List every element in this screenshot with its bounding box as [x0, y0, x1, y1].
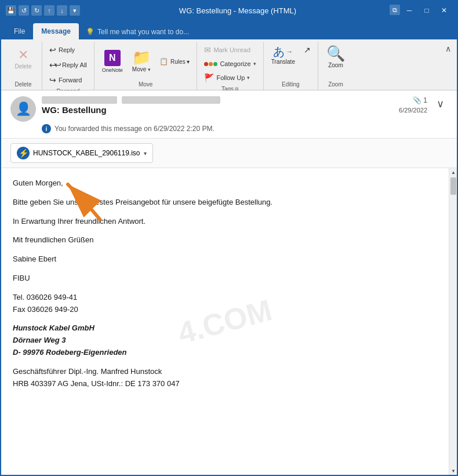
delete-button[interactable]: ✕ Delete [8, 43, 38, 73]
ribbon-group-zoom: 🔍 Zoom Zoom [318, 42, 353, 90]
scroll-down-button[interactable]: ▼ [449, 467, 457, 475]
expand-button[interactable]: ∨ [433, 96, 448, 111]
ribbon-collapse[interactable]: ∧ [443, 42, 453, 90]
scroll-up-button[interactable]: ▲ [449, 168, 457, 176]
email-body-inner: Guten Morgen, Bitte geben Sie uns Ihr be… [13, 177, 437, 390]
body-line2: In Erwartung Ihrer freundlichen Antwort. [13, 216, 437, 228]
respond-col: ↩ Reply ↩↩ Reply All ↪ Forward [46, 43, 90, 87]
tel: Tel. 036026 949-41 [13, 292, 437, 304]
receive-icon[interactable]: ↓ [57, 5, 67, 16]
reg: HRB 403397 AG Jena, USt-Idnr.: DE 173 37… [13, 378, 437, 390]
fax: Fax 036026 949-20 [13, 304, 437, 316]
forward-label: Forward [59, 77, 82, 83]
mark-unread-button[interactable]: ✉ Mark Unread [201, 43, 259, 57]
delete-icon: ✕ [18, 46, 28, 62]
follow-up-chevron: ▾ [247, 75, 250, 81]
ribbon-group-delete: ✕ Delete Delete [5, 42, 42, 90]
scroll-track [449, 196, 457, 467]
greeting: Guten Morgen, [13, 177, 437, 190]
iso-icon: ⚡ [17, 147, 30, 159]
forwarded-text: You forwarded this message on 6/29/2022 … [54, 125, 215, 133]
onenote-icon: N [104, 50, 121, 66]
ribbon-search[interactable]: 💡 Tell me what you want to do... [86, 28, 189, 39]
email-header-right: 📎 1 6/29/2022 [399, 96, 427, 114]
move-group-label: Move [139, 80, 152, 90]
attachment-item[interactable]: ⚡ HUNSTOCK_KABEL_2906119.iso ▾ [10, 143, 153, 163]
address2: D- 99976 Rodeberg-Eigenrieden [13, 347, 437, 359]
pointer-icon: ↗ [304, 45, 311, 54]
minimize-button[interactable]: ─ [401, 5, 417, 16]
reply-all-label: Reply All [62, 61, 87, 68]
tab-message[interactable]: Message [33, 23, 79, 39]
scroll-thumb[interactable] [450, 177, 456, 195]
email-header: 👤 WG: Bestellung 📎 1 6/29/2022 ∨ [1, 90, 457, 139]
zoom-button[interactable]: 🔍 Zoom [322, 43, 349, 72]
follow-up-label: Follow Up [216, 74, 245, 81]
reply-all-icon: ↩↩ [49, 60, 60, 70]
move-label: Move ▾ [132, 66, 151, 73]
redo-icon[interactable]: ↻ [31, 5, 42, 16]
valediction: Mit freundlichen Grüßen [13, 234, 437, 246]
rules-button[interactable]: 📋 Rules ▾ [156, 55, 193, 68]
zoom-group-content: 🔍 Zoom [322, 42, 349, 80]
delete-label: Delete [15, 63, 32, 70]
lightbulb-icon: 💡 [86, 28, 94, 36]
send-icon[interactable]: ↑ [44, 5, 54, 16]
scrollbar[interactable]: ▲ ▼ [449, 168, 457, 475]
follow-up-button[interactable]: 🚩 Follow Up ▾ [201, 71, 259, 85]
window-controls: ⧉ ─ □ ✕ [390, 5, 452, 16]
dept: FIBU [13, 272, 437, 285]
ribbon-search-text: Tell me what you want to do... [97, 28, 189, 36]
categorize-chevron: ▾ [253, 61, 256, 67]
maximize-button[interactable]: □ [419, 5, 435, 16]
reply-label: Reply [59, 46, 75, 53]
close-button[interactable]: ✕ [436, 5, 452, 16]
email-content: 👤 WG: Bestellung 📎 1 6/29/2022 ∨ [1, 90, 457, 475]
mark-unread-icon: ✉ [204, 45, 211, 54]
mark-unread-label: Mark Unread [213, 46, 250, 53]
email-date: 6/29/2022 [399, 107, 427, 114]
sender-name-blur [42, 96, 117, 104]
ribbon-tabs: File Message 💡 Tell me what you want to … [1, 20, 457, 39]
tab-file[interactable]: File [6, 23, 33, 39]
ribbon-group-respond: ↩ Reply ↩↩ Reply All ↪ Forward Respond [42, 42, 94, 90]
move-icon: 📁 [132, 50, 151, 65]
ribbon-toolbar: ✕ Delete Delete ↩ Reply ↩↩ Reply All [1, 39, 457, 90]
reply-icon: ↩ [49, 45, 56, 54]
ribbon-group-editing: あ → Translate ↗ Editing [264, 42, 318, 90]
forwarded-notice: i You forwarded this message on 6/29/202… [42, 122, 448, 133]
ribbon-group-move: N OneNote 📁 Move ▾ 📋 Rules ▾ Move [94, 42, 198, 90]
collapse-icon: ∧ [445, 44, 451, 53]
categorize-icon [204, 62, 217, 66]
respond-group-content: ↩ Reply ↩↩ Reply All ↪ Forward [46, 42, 90, 87]
undo-icon[interactable]: ↺ [19, 5, 29, 16]
zoom-group-label: Zoom [328, 80, 343, 90]
categorize-label: Categorize [220, 60, 250, 67]
translate-button[interactable]: あ → Translate [267, 43, 299, 68]
reply-all-button[interactable]: ↩↩ Reply All [46, 58, 90, 72]
attachment-filename: HUNSTOCK_KABEL_2906119.iso [33, 149, 140, 157]
sender-addr-blur [122, 96, 220, 104]
attachment-bar: ⚡ HUNSTOCK_KABEL_2906119.iso ▾ [1, 139, 457, 168]
delete-group-content: ✕ Delete [8, 42, 38, 80]
info-icon: i [42, 124, 51, 133]
categorize-button[interactable]: Categorize ▾ [201, 58, 259, 70]
save-icon[interactable]: 💾 [6, 5, 16, 16]
email-body-container: 4.COM Guten Morgen, Bitte geben Sie uns … [1, 168, 457, 475]
title-bar: 💾 ↺ ↻ ↑ ↓ ▾ WG: Bestellung - Message (HT… [1, 1, 457, 20]
move-button[interactable]: 📁 Move ▾ [128, 47, 155, 76]
flag-icon: 🚩 [204, 73, 214, 82]
dropdown-icon[interactable]: ▾ [70, 5, 80, 16]
restore-icon[interactable]: ⧉ [390, 5, 400, 15]
sender-row [42, 96, 393, 104]
onenote-button[interactable]: N OneNote [98, 47, 127, 77]
reply-button[interactable]: ↩ Reply [46, 43, 90, 57]
sender-name: Sabine Ebert [13, 253, 437, 266]
attachment-number: 1 [423, 96, 427, 104]
select-pointer-button[interactable]: ↗ [300, 43, 314, 57]
translate-icon: あ → [273, 46, 293, 57]
move-extra-buttons: 📋 Rules ▾ [156, 55, 193, 68]
forward-button[interactable]: ↪ Forward [46, 73, 90, 87]
attachment-dropdown-icon[interactable]: ▾ [144, 150, 147, 157]
move-group-content: N OneNote 📁 Move ▾ 📋 Rules ▾ [98, 42, 194, 80]
